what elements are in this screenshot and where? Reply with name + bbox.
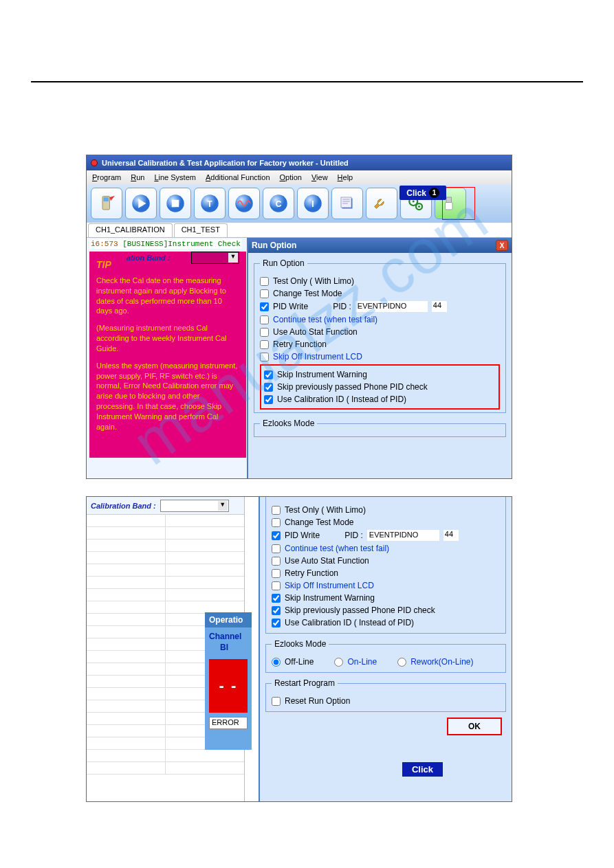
menu-line-system[interactable]: Line System — [154, 173, 196, 181]
ezlooks-group-2: Ezlooks Mode Off-Line On-Line Rework(On-… — [265, 639, 506, 673]
tip-cal-band-label: ation Band : — [127, 254, 171, 262]
ezlooks-rework[interactable]: Rework(On-Line) — [397, 657, 473, 667]
toolbar-stop-icon[interactable] — [160, 188, 191, 219]
cal-band-dropdown[interactable] — [160, 500, 229, 512]
log-line: i6:573 [BUSINESS]Instrument Check — [89, 239, 242, 249]
operation-panel: Operatio Channel BI - - ERROR — [205, 612, 252, 750]
opt-skip-off-lcd-2[interactable]: Skip Off Instrument LCD — [272, 581, 500, 590]
opt-reset-run-option[interactable]: Reset Run Option — [272, 696, 500, 706]
menu-additional-function[interactable]: Additional Function — [206, 173, 270, 181]
svg-text:T: T — [207, 199, 212, 209]
ezlooks-offline[interactable]: Off-Line — [272, 657, 314, 667]
ezlooks-legend: Ezlooks Mode — [260, 419, 317, 428]
tip-text-3: Unless the system (measuring instrument,… — [96, 361, 239, 432]
opt-pid-write-check-2[interactable] — [272, 531, 281, 540]
tip-text-1: Check the Cal date on the measuring inst… — [96, 276, 239, 316]
opt-pid-write-label: PID Write — [273, 302, 308, 311]
restart-group: Restart Program Reset Run Option — [265, 678, 506, 712]
opt-auto-stat[interactable]: Use Auto Stat Function — [260, 327, 500, 337]
ezlooks-legend-2: Ezlooks Mode — [272, 639, 329, 649]
opt-change-test-mode-2[interactable]: Change Test Mode — [272, 518, 500, 527]
run-option-legend: Run Option — [260, 258, 307, 268]
ok-button[interactable]: OK — [447, 717, 502, 735]
tab-ch1-test[interactable]: CH1_TEST — [174, 223, 228, 237]
svg-point-17 — [418, 205, 420, 208]
tab-ch1-calibration[interactable]: CH1_CALIBRATION — [88, 223, 173, 237]
opt-test-only[interactable]: Test Only ( With Limo) — [260, 276, 500, 286]
opt-continue-test-2[interactable]: Continue test (when test fail) — [272, 544, 500, 553]
svg-rect-13 — [341, 197, 351, 208]
menu-program[interactable]: Program — [92, 173, 121, 181]
run-option-dialog-2: Test Only ( With Limo) Change Test Mode … — [259, 497, 512, 801]
menu-option[interactable]: Option — [280, 173, 302, 181]
pid-num-2: 44 — [443, 530, 459, 541]
highlighted-options: Skip Instrument Warning Skip previously … — [260, 364, 500, 410]
opt-skip-off-lcd[interactable]: Skip Off Instrument LCD — [260, 352, 500, 361]
restart-legend: Restart Program — [272, 678, 338, 688]
dialog-title: Run Option — [252, 241, 296, 250]
toolbar-play-icon[interactable] — [125, 188, 157, 219]
opt-skip-instrument-warning-2[interactable]: Skip Instrument Warning — [272, 593, 500, 603]
screenshot-1: Universal Calibration & Test Application… — [86, 155, 512, 479]
run-option-dialog: Run Option X Run Option Test Only ( With… — [247, 238, 512, 478]
click-badge-1: Click 1 — [399, 186, 446, 200]
opt-auto-stat-2[interactable]: Use Auto Stat Function — [272, 556, 500, 566]
status-red-box: - - — [209, 659, 248, 713]
svg-point-16 — [413, 201, 415, 203]
opt-change-test-mode[interactable]: Change Test Mode — [260, 289, 500, 298]
tabs: CH1_CALIBRATION CH1_TEST — [87, 223, 512, 238]
toolbar-t-icon[interactable]: T — [194, 188, 226, 219]
opt-continue-test[interactable]: Continue test (when test fail) — [260, 315, 500, 324]
click-number-icon: 1 — [429, 188, 439, 198]
window-titlebar: Universal Calibration & Test Application… — [87, 155, 512, 170]
click-badge-2: Click — [402, 762, 443, 777]
toolbar-phone-icon[interactable] — [91, 188, 122, 219]
opt-test-only-2[interactable]: Test Only ( With Limo) — [272, 505, 500, 515]
toolbar-wave-icon[interactable] — [228, 188, 260, 219]
opt-use-calibration-id[interactable]: Use Calibration ID ( Instead of PID) — [264, 394, 496, 404]
run-option-group-2: Test Only ( With Limo) Change Test Mode … — [265, 497, 506, 634]
opt-skip-passed-pid[interactable]: Skip previously passed Phone PID check — [264, 382, 496, 392]
error-field: ERROR — [209, 717, 248, 729]
ezlooks-group: Ezlooks Mode — [254, 419, 506, 437]
operation-header: Operatio — [205, 612, 252, 627]
toolbar-highlight-box — [442, 187, 475, 220]
pid-value: EVENTPIDNO — [355, 301, 428, 312]
dialog-titlebar: Run Option X — [248, 238, 512, 253]
svg-rect-4 — [172, 200, 179, 208]
opt-use-calibration-id-2[interactable]: Use Calibration ID ( Instead of PID) — [272, 618, 500, 627]
tip-text-2: (Measuring instrument needs Cal accordin… — [96, 323, 239, 354]
svg-rect-1 — [104, 197, 109, 201]
bi-label: BI — [205, 643, 252, 656]
menu-help[interactable]: Help — [338, 173, 353, 181]
opt-pid-write-label-2: PID Write — [285, 531, 320, 540]
menu-view[interactable]: View — [311, 173, 328, 181]
app-icon — [91, 159, 98, 166]
menu-bar: Program Run Line System Additional Funct… — [87, 170, 512, 184]
pid-value-2: EVENTPIDNO — [367, 530, 439, 541]
svg-text:I: I — [311, 199, 314, 209]
pid-num: 44 — [432, 301, 447, 312]
svg-text:C: C — [276, 199, 282, 209]
opt-retry[interactable]: Retry Function — [260, 340, 500, 349]
toolbar-i-icon[interactable]: I — [297, 188, 329, 219]
cal-band-label: Calibration Band : — [91, 502, 156, 510]
ezlooks-online[interactable]: On-Line — [334, 657, 377, 667]
toolbar: T C I Click 1 — [87, 184, 512, 223]
opt-pid-write-check[interactable] — [260, 302, 269, 311]
screenshot-2: Calibration Band : O — [86, 496, 512, 802]
tip-cal-band-dropdown[interactable] — [191, 252, 239, 264]
toolbar-doc-icon[interactable] — [331, 188, 363, 219]
toolbar-c-icon[interactable]: C — [263, 188, 294, 219]
close-icon[interactable]: X — [496, 240, 508, 251]
menu-run[interactable]: Run — [131, 173, 144, 181]
opt-retry-2[interactable]: Retry Function — [272, 568, 500, 578]
opt-skip-passed-pid-2[interactable]: Skip previously passed Phone PID check — [272, 605, 500, 615]
run-option-group: Run Option Test Only ( With Limo) Change… — [254, 258, 506, 413]
toolbar-wrench-icon[interactable] — [366, 188, 397, 219]
opt-skip-instrument-warning[interactable]: Skip Instrument Warning — [264, 370, 496, 379]
pid-label-2: PID : — [344, 531, 363, 540]
channel-label: Channel — [205, 627, 252, 643]
tip-panel: TIP Check the Cal date on the measuring … — [89, 252, 246, 458]
window-title: Universal Calibration & Test Application… — [102, 159, 349, 167]
